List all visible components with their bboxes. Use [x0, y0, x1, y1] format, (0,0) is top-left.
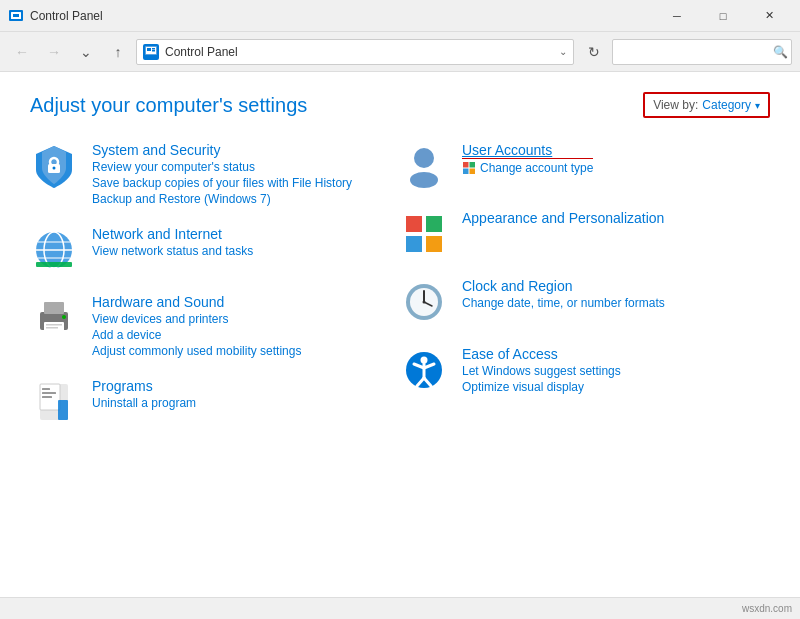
address-text: Control Panel	[165, 45, 553, 59]
svg-rect-6	[152, 48, 155, 50]
category-hardware-sound: Hardware and Sound View devices and prin…	[30, 294, 400, 358]
clock-region-icon	[400, 278, 448, 326]
clock-region-link-1[interactable]: Change date, time, or number formats	[462, 296, 665, 310]
title-bar-icon	[8, 8, 24, 24]
view-by-arrow-icon: ▾	[755, 100, 760, 111]
categories-grid: System and Security Review your computer…	[30, 142, 770, 426]
svg-rect-20	[46, 324, 62, 326]
svg-rect-34	[470, 169, 476, 175]
appearance-title[interactable]: Appearance and Personalization	[462, 210, 664, 226]
network-internet-text: Network and Internet View network status…	[92, 226, 253, 258]
right-column: User Accounts Change account type	[400, 142, 770, 426]
hardware-sound-link-1[interactable]: View devices and printers	[92, 312, 301, 326]
control-panel-icon	[143, 44, 159, 60]
category-programs: Programs Uninstall a program	[30, 378, 400, 426]
system-security-text: System and Security Review your computer…	[92, 142, 352, 206]
ease-of-access-link-2[interactable]: Optimize visual display	[462, 380, 621, 394]
programs-title[interactable]: Programs	[92, 378, 196, 394]
refresh-button[interactable]: ↻	[580, 38, 608, 66]
back-button[interactable]: ←	[8, 38, 36, 66]
hardware-sound-icon	[30, 294, 78, 342]
category-network-internet: Network and Internet View network status…	[30, 226, 400, 274]
svg-rect-35	[406, 216, 422, 232]
system-security-link-2[interactable]: Save backup copies of your files with Fi…	[92, 176, 352, 190]
system-security-link-1[interactable]: Review your computer's status	[92, 160, 352, 174]
clock-region-title[interactable]: Clock and Region	[462, 278, 665, 294]
expand-button[interactable]: ⌄	[72, 38, 100, 66]
svg-rect-26	[42, 388, 50, 390]
user-accounts-link-1[interactable]: Change account type	[480, 161, 593, 175]
svg-rect-31	[463, 162, 469, 168]
svg-rect-33	[463, 169, 469, 175]
left-column: System and Security Review your computer…	[30, 142, 400, 426]
network-internet-link-1[interactable]: View network status and tasks	[92, 244, 253, 258]
svg-rect-21	[46, 327, 58, 329]
up-button[interactable]: ↑	[104, 38, 132, 66]
svg-point-29	[414, 148, 434, 168]
main-content: Adjust your computer's settings View by:…	[0, 72, 800, 597]
svg-rect-27	[42, 392, 56, 394]
category-user-accounts: User Accounts Change account type	[400, 142, 770, 190]
appearance-icon	[400, 210, 448, 258]
hardware-sound-text: Hardware and Sound View devices and prin…	[92, 294, 301, 358]
hardware-sound-link-3[interactable]: Adjust commonly used mobility settings	[92, 344, 301, 358]
svg-rect-38	[426, 236, 442, 252]
svg-rect-28	[42, 396, 52, 398]
svg-rect-5	[147, 48, 151, 51]
svg-point-22	[62, 315, 66, 319]
nav-bar: ← → ⌄ ↑ Control Panel ⌄ ↻ 🔍	[0, 32, 800, 72]
minimize-button[interactable]: ─	[654, 0, 700, 32]
ease-of-access-icon	[400, 346, 448, 394]
appearance-text: Appearance and Personalization	[462, 210, 664, 226]
svg-point-10	[53, 167, 56, 170]
address-chevron[interactable]: ⌄	[559, 46, 567, 57]
network-internet-icon	[30, 226, 78, 274]
svg-rect-2	[13, 14, 19, 17]
ease-of-access-text: Ease of Access Let Windows suggest setti…	[462, 346, 621, 394]
user-accounts-icon	[400, 142, 448, 190]
category-system-security: System and Security Review your computer…	[30, 142, 400, 206]
search-icon: 🔍	[773, 45, 788, 59]
category-ease-of-access: Ease of Access Let Windows suggest setti…	[400, 346, 770, 394]
svg-rect-37	[406, 236, 422, 252]
programs-icon	[30, 378, 78, 426]
status-bar: wsxdn.com	[0, 597, 800, 619]
svg-rect-16	[36, 262, 72, 267]
title-bar-title: Control Panel	[30, 9, 654, 23]
maximize-button[interactable]: □	[700, 0, 746, 32]
system-security-icon	[30, 142, 78, 190]
page-title: Adjust your computer's settings	[30, 94, 307, 117]
ease-of-access-link-1[interactable]: Let Windows suggest settings	[462, 364, 621, 378]
windows-flag-icon	[462, 161, 476, 175]
hardware-sound-link-2[interactable]: Add a device	[92, 328, 301, 342]
category-clock-region: Clock and Region Change date, time, or n…	[400, 278, 770, 326]
hardware-sound-title[interactable]: Hardware and Sound	[92, 294, 301, 310]
programs-link-1[interactable]: Uninstall a program	[92, 396, 196, 410]
system-security-link-3[interactable]: Backup and Restore (Windows 7)	[92, 192, 352, 206]
clock-region-text: Clock and Region Change date, time, or n…	[462, 278, 665, 310]
ease-of-access-title[interactable]: Ease of Access	[462, 346, 621, 362]
programs-text: Programs Uninstall a program	[92, 378, 196, 410]
search-bar[interactable]: 🔍	[612, 39, 792, 65]
view-by-selector[interactable]: View by: Category ▾	[643, 92, 770, 118]
svg-rect-32	[470, 162, 476, 168]
network-internet-title[interactable]: Network and Internet	[92, 226, 253, 242]
close-button[interactable]: ✕	[746, 0, 792, 32]
svg-rect-36	[426, 216, 442, 232]
svg-rect-7	[152, 50, 155, 52]
system-security-title[interactable]: System and Security	[92, 142, 352, 158]
forward-button[interactable]: →	[40, 38, 68, 66]
page-header: Adjust your computer's settings View by:…	[30, 92, 770, 118]
user-accounts-text: User Accounts Change account type	[462, 142, 593, 175]
status-bar-right: wsxdn.com	[742, 603, 792, 614]
view-by-label: View by:	[653, 98, 698, 112]
view-by-value: Category	[702, 98, 751, 112]
svg-point-30	[410, 172, 438, 188]
user-accounts-title[interactable]: User Accounts	[462, 142, 593, 159]
svg-rect-18	[44, 302, 64, 314]
category-appearance: Appearance and Personalization	[400, 210, 770, 258]
svg-rect-25	[58, 400, 68, 420]
search-input[interactable]	[619, 45, 769, 59]
title-bar: Control Panel ─ □ ✕	[0, 0, 800, 32]
address-bar[interactable]: Control Panel ⌄	[136, 39, 574, 65]
